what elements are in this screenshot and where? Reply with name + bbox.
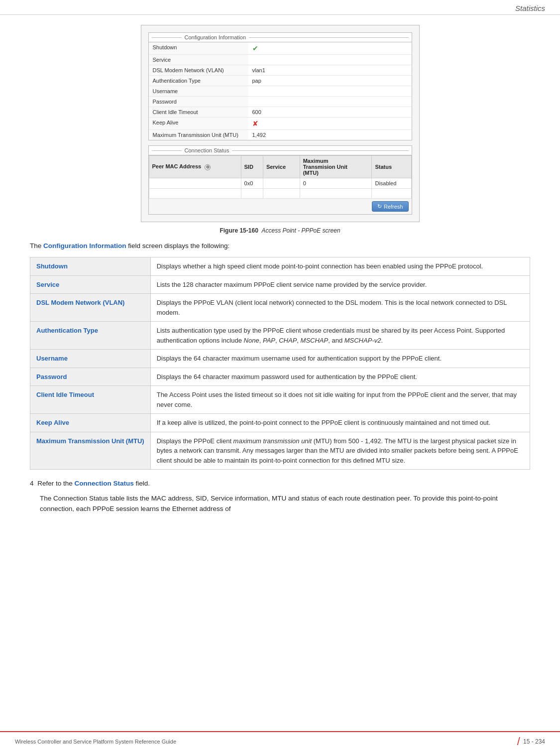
desc-auth: Lists authentication type used by the PP…: [150, 322, 530, 350]
cell-empty3: [263, 189, 300, 199]
config-label-auth: Authentication Type: [149, 76, 248, 86]
cell-empty4: [300, 189, 372, 199]
cell-empty2: [241, 189, 263, 199]
refresh-btn-row: ↻ Refresh: [149, 199, 412, 214]
col-status: Status: [372, 156, 411, 178]
step4-text: 4 Refer to the Connection Status field.: [30, 479, 530, 489]
page-header: Statistics: [0, 0, 560, 15]
desc-mtu: Displays the PPPoE client maximum transm…: [150, 432, 530, 470]
step-after: field.: [134, 480, 150, 487]
footer-left: Wireless Controller and Service Platform…: [15, 739, 176, 745]
conn-table: Peer MAC Address ⊙ SID Service MaximumTr…: [149, 155, 412, 199]
intro-highlight: Configuration Information: [43, 242, 126, 250]
config-label-dsl: DSL Modem Network (VLAN): [149, 65, 248, 75]
config-label-idle: Client Idle Timeout: [149, 107, 248, 117]
page-footer: Wireless Controller and Service Platform…: [0, 731, 560, 747]
refresh-label: Refresh: [384, 204, 403, 210]
config-row-username: Username: [149, 86, 412, 97]
refresh-button[interactable]: ↻ Refresh: [372, 201, 409, 212]
table-row: Password Displays the 64 character maxim…: [30, 368, 530, 386]
refresh-icon: ↻: [377, 203, 382, 210]
header-title: Statistics: [515, 4, 545, 12]
term-idle: Client Idle Timeout: [30, 386, 151, 414]
table-row: DSL Modem Network (VLAN) Displays the PP…: [30, 294, 530, 322]
intro-text: The Configuration Information field scre…: [30, 241, 530, 251]
cell-sid: 0x0: [241, 178, 263, 189]
config-value-username: [248, 86, 412, 96]
sort-icon[interactable]: ⊙: [205, 164, 211, 170]
config-row-password: Password: [149, 97, 412, 107]
term-dsl: DSL Modem Network (VLAN): [30, 294, 151, 322]
desc-password: Displays the 64 character maximum passwo…: [150, 368, 530, 386]
table-row-empty: [149, 189, 411, 199]
footer-slash-icon: /: [517, 736, 520, 747]
config-row-dsl: DSL Modem Network (VLAN) vlan1: [149, 65, 412, 76]
col-peer-mac: Peer MAC Address ⊙: [149, 156, 241, 178]
table-row: Authentication Type Lists authentication…: [30, 322, 530, 350]
config-row-idle: Client Idle Timeout 600: [149, 107, 412, 118]
desc-service: Lists the 128 character maximum PPPoE cl…: [150, 275, 530, 294]
col-sid: SID: [241, 156, 263, 178]
config-label-keepalive: Keep Alive: [149, 118, 248, 129]
desc-username: Displays the 64 character maximum userna…: [150, 350, 530, 368]
table-row: Shutdown Displays whether a high speed c…: [30, 257, 530, 276]
config-row-service: Service: [149, 55, 412, 65]
check-icon: ✔: [252, 44, 258, 52]
table-row: Maximum Transmission Unit (MTU) Displays…: [30, 432, 530, 470]
figure-caption: Figure 15-160 Access Point - PPPoE scree…: [30, 227, 530, 234]
term-keepalive: Keep Alive: [30, 414, 151, 432]
cell-service: [263, 178, 300, 189]
config-label-username: Username: [149, 86, 248, 96]
intro-before: The: [30, 242, 43, 250]
cell-mtu: 0: [300, 178, 372, 189]
footer-right: / 15 - 234: [517, 736, 545, 747]
config-row-shutdown: Shutdown ✔: [149, 42, 412, 55]
config-label-password: Password: [149, 97, 248, 107]
config-row-auth: Authentication Type pap: [149, 76, 412, 86]
table-row: Keep Alive If a keep alive is utilized, …: [30, 414, 530, 432]
cell-peer-mac: [149, 178, 241, 189]
config-value-dsl: vlan1: [248, 65, 412, 75]
config-value-service: [248, 55, 412, 65]
desc-keepalive: If a keep alive is utilized, the point-t…: [150, 414, 530, 432]
figure-label: Figure 15-160: [220, 227, 258, 234]
page-content: Configuration Information Shutdown ✔ Ser…: [0, 15, 560, 524]
config-value-auth: pap: [248, 76, 412, 86]
cell-status: Disabled: [372, 178, 411, 189]
term-password: Password: [30, 368, 151, 386]
desc-shutdown: Displays whether a high speed client mod…: [150, 257, 530, 276]
term-service: Service: [30, 275, 151, 294]
conn-section-title: Connection Status: [149, 146, 412, 155]
config-value-keepalive: ✘: [248, 118, 412, 129]
cell-empty5: [372, 189, 411, 199]
table-row: 0x0 0 Disabled: [149, 178, 411, 189]
config-section: Configuration Information Shutdown ✔ Ser…: [148, 32, 412, 140]
info-table: Shutdown Displays whether a high speed c…: [30, 257, 530, 470]
config-value-password: [248, 97, 412, 107]
config-label-mtu: Maximum Transmission Unit (MTU): [149, 130, 248, 140]
config-row-mtu: Maximum Transmission Unit (MTU) 1,492: [149, 130, 412, 140]
config-value-mtu: 1,492: [248, 130, 412, 140]
table-row: Client Idle Timeout The Access Point use…: [30, 386, 530, 414]
figure-caption-text: Access Point - PPPoE screen: [261, 227, 340, 234]
step-highlight: Connection Status: [75, 480, 134, 487]
conn-section: Connection Status Peer MAC Address ⊙ SID…: [148, 145, 412, 215]
desc-dsl: Displays the PPPoE VLAN (client local ne…: [150, 294, 530, 322]
config-section-title: Configuration Information: [149, 33, 412, 42]
col-mtu: MaximumTransmision Unit(MTU): [300, 156, 372, 178]
footer-page: 15 - 234: [523, 738, 545, 745]
table-row: Service Lists the 128 character maximum …: [30, 275, 530, 294]
config-label-service: Service: [149, 55, 248, 65]
desc-idle: The Access Point uses the listed timeout…: [150, 386, 530, 414]
config-row-keepalive: Keep Alive ✘: [149, 118, 412, 130]
term-auth: Authentication Type: [30, 322, 151, 350]
config-label-shutdown: Shutdown: [149, 42, 248, 54]
config-value-idle: 600: [248, 107, 412, 117]
term-shutdown: Shutdown: [30, 257, 151, 276]
config-value-shutdown: ✔: [248, 42, 412, 54]
term-mtu: Maximum Transmission Unit (MTU): [30, 432, 151, 470]
term-username: Username: [30, 350, 151, 368]
step-number: 4: [30, 480, 34, 487]
table-row: Username Displays the 64 character maxim…: [30, 350, 530, 368]
x-icon: ✘: [252, 120, 258, 127]
